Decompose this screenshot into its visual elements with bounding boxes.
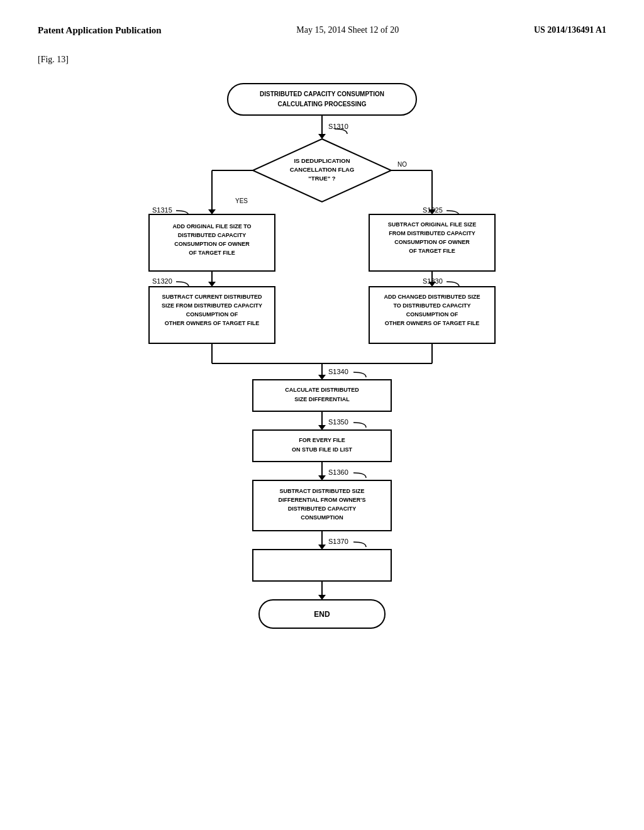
flowchart-svg: DISTRIBUTED CAPACITY CONSUMPTION CALCULA… bbox=[102, 77, 542, 706]
box1315-l1: ADD ORIGINAL FILE SIZE TO bbox=[172, 223, 251, 230]
s1360-label: S1360 bbox=[328, 468, 348, 476]
box1320-l4: OTHER OWNERS OF TARGET FILE bbox=[165, 320, 259, 326]
svg-marker-29 bbox=[318, 475, 326, 480]
svg-rect-33 bbox=[253, 550, 391, 581]
box1360-l4: CONSUMPTION bbox=[301, 514, 343, 521]
yes-label: YES bbox=[235, 197, 248, 204]
svg-marker-2 bbox=[318, 134, 326, 139]
page: Patent Application Publication May 15, 2… bbox=[0, 0, 644, 830]
box1330-l4: OTHER OWNERS OF TARGET FILE bbox=[385, 320, 479, 326]
box1315-l4: OF TARGET FILE bbox=[189, 250, 235, 256]
end-text: END bbox=[314, 610, 330, 619]
start-text: DISTRIBUTED CAPACITY CONSUMPTION bbox=[260, 91, 384, 97]
diamond-line1: IS DEDUPLICATION bbox=[294, 157, 350, 164]
box1360-l3: DISTRIBUTED CAPACITY bbox=[288, 506, 356, 512]
box1325-l2: FROM DISTRIBUTED CAPACITY bbox=[389, 230, 475, 236]
box1350-l2: ON STUB FILE ID LIST bbox=[292, 446, 353, 453]
box1330-l1: ADD CHANGED DISTRIBUTED SIZE bbox=[384, 294, 480, 300]
svg-rect-0 bbox=[228, 84, 416, 115]
s1370-label: S1370 bbox=[328, 538, 348, 545]
box1350-l1: FOR EVERY FILE bbox=[299, 437, 345, 443]
header-left: Patent Application Publication bbox=[38, 25, 162, 36]
svg-rect-27 bbox=[253, 430, 391, 462]
box1340-l2: SIZE DIFFERENTIAL bbox=[294, 396, 350, 402]
diamond-line2: CANCELLATION FLAG bbox=[290, 166, 355, 173]
box1360-l2: DIFFERENTIAL FROM OWNER'S bbox=[279, 497, 366, 503]
svg-marker-26 bbox=[318, 425, 326, 430]
svg-rect-24 bbox=[253, 380, 391, 411]
box1325-l3: CONSUMPTION OF OWNER bbox=[394, 239, 470, 245]
fig-label: [Fig. 13] bbox=[38, 55, 606, 65]
box1325-l1: SUBTRACT ORIGINAL FILE SIZE bbox=[388, 221, 476, 228]
svg-marker-35 bbox=[318, 595, 326, 600]
box1330-l2: TO DISTRIBUTED CAPACITY bbox=[393, 302, 470, 309]
diamond-line3: "TRUE" ? bbox=[308, 175, 336, 182]
box1320-l3: CONSUMPTION OF bbox=[186, 311, 238, 318]
s1340-label: S1340 bbox=[328, 368, 348, 375]
svg-marker-32 bbox=[318, 545, 326, 550]
flowchart-container: DISTRIBUTED CAPACITY CONSUMPTION CALCULA… bbox=[102, 77, 542, 709]
svg-marker-13 bbox=[208, 282, 216, 287]
s1350-label: S1350 bbox=[328, 418, 348, 426]
box1315-l2: DISTRIBUTED CAPACITY bbox=[178, 232, 246, 238]
svg-marker-6 bbox=[208, 209, 216, 214]
box1315-l3: CONSUMPTION OF OWNER bbox=[174, 241, 250, 247]
header-right: US 2014/136491 A1 bbox=[534, 25, 606, 35]
header: Patent Application Publication May 15, 2… bbox=[38, 25, 606, 36]
box1330-l3: CONSUMPTION OF bbox=[406, 311, 458, 318]
svg-marker-23 bbox=[318, 375, 326, 380]
s1315-label: S1315 bbox=[152, 206, 172, 214]
no-label: NO bbox=[397, 161, 407, 168]
box1360-l1: SUBTRACT DISTRIBUTED SIZE bbox=[280, 488, 365, 494]
box1325-l4: OF TARGET FILE bbox=[409, 248, 455, 254]
header-center: May 15, 2014 Sheet 12 of 20 bbox=[296, 25, 399, 35]
box1320-l1: SUBTRACT CURRENT DISTRIBUTED bbox=[162, 294, 262, 300]
start-text2: CALCULATING PROCESSING bbox=[278, 101, 367, 108]
box1340-l1: CALCULATE DISTRIBUTED bbox=[285, 387, 359, 393]
s1320-label: S1320 bbox=[152, 277, 172, 285]
box1320-l2: SIZE FROM DISTRIBUTED CAPACITY bbox=[162, 302, 262, 309]
